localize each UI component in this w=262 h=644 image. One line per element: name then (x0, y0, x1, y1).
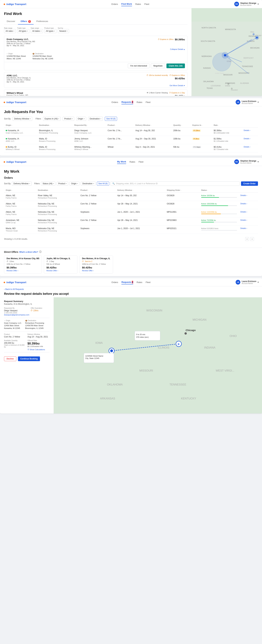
nav-mywork[interactable]: My Work (117, 160, 126, 164)
nav-user-2[interactable]: LE Laura Erickson Account Admin ▾ (236, 100, 259, 104)
req-action-2[interactable]: Details › (242, 136, 258, 144)
req-requested-2: Jimmy JohnsonADM, LLC. (73, 136, 106, 144)
th-order-origin[interactable]: Origin ↕ (4, 188, 36, 193)
svg-text:1234566 Street Name: 1234566 Street Name (85, 355, 103, 357)
nav-rates-4[interactable]: Rates (136, 280, 142, 284)
th-origin[interactable]: Origin ↕ (4, 123, 37, 128)
filter-dest-req[interactable]: Destination ▾ (88, 117, 103, 121)
tab-discover[interactable]: Discover (4, 19, 18, 24)
th-order-dest[interactable]: Destination ↕ (36, 188, 79, 193)
th-order-status[interactable]: Status ↕ (200, 188, 239, 193)
filter-seeall-req[interactable]: See All (6) (105, 117, 117, 121)
tab-offers[interactable]: Offers 1 (18, 19, 34, 24)
claim-job-btn[interactable]: Claim this Job (166, 64, 185, 68)
review-offer-3[interactable]: Review Offer › (82, 270, 110, 272)
nav-user-3[interactable]: SS Stephen Strange Account Admin ▾ (234, 160, 259, 164)
offer-card-1: Des Moines, IA to Kansas City, MS ⏱ 11hr… (4, 256, 42, 274)
not-interested-btn[interactable]: I'm not interested (128, 64, 150, 68)
nav-fleet-2[interactable]: Fleet (146, 100, 150, 104)
th-expires[interactable]: Expires In ↕ (191, 123, 212, 128)
filter-product-req[interactable]: Product ▾ (63, 117, 74, 121)
requester-email[interactable]: dvasquez@graincompany.com (4, 314, 29, 316)
request-two-col: Request Summary Kanawha, IA to Bloomingt… (0, 297, 262, 414)
nav-findwork[interactable]: Find Work (121, 2, 132, 6)
nav-user-4[interactable]: LE Laura Erickson Account Admin ▾ (236, 280, 259, 284)
mywork-title: My Work (4, 169, 258, 174)
next-page-btn[interactable]: › (250, 237, 254, 241)
expand-btn-2[interactable]: Get More Details ▾ (170, 84, 185, 87)
collapse-btn-1[interactable]: Collapse Details ▴ (170, 48, 185, 50)
th-requested-by[interactable]: Requested By ↕ (73, 123, 106, 128)
show-calc-btn[interactable]: ☑ Show Calculations (28, 348, 50, 350)
th-order-shipping[interactable]: Shipping Order ↕ (165, 188, 200, 193)
nav-requests[interactable]: Requests ● (122, 100, 133, 104)
review-offer-1[interactable]: Review Offer › (6, 270, 39, 272)
req-action-1[interactable]: Details › (242, 128, 258, 136)
filter-product-mywork[interactable]: Product ▾ (57, 182, 68, 186)
filter-origin-mywork[interactable]: Origin ▾ (70, 182, 80, 186)
req-fields-bottom: Available Quantity 200,000 bu Claim a mi… (4, 340, 50, 350)
nav-rates-3[interactable]: Rates (130, 160, 135, 164)
nav-fleet-3[interactable]: Fleet (138, 160, 144, 164)
prev-page-btn[interactable]: ‹ (245, 237, 249, 241)
filter-trailer-select[interactable]: All types ▾ (17, 29, 29, 33)
decline-btn[interactable]: Decline (4, 356, 16, 361)
th-order-window[interactable]: Delivery Window ↕ (116, 188, 165, 193)
request-map: WISCONSIN MICHIGAN IOWA ILLINOIS INDIANA… (54, 297, 262, 414)
svg-text:0 to 20 min: 0 to 20 min (136, 334, 145, 336)
order-row-1: Albion, NEFarley Farms River Valley, NER… (4, 193, 258, 201)
nav-fleet-4[interactable]: Fleet (146, 280, 150, 284)
th-dest[interactable]: Destination ↕ (37, 123, 72, 128)
filter-rate-select[interactable]: All rates ▾ (4, 29, 16, 33)
req-action-3[interactable]: Details › (242, 144, 258, 152)
sort-delivery-mywork[interactable]: Delivery Window ▾ (12, 182, 32, 186)
nav-fleet[interactable]: Fleet (144, 2, 149, 6)
order-details-3[interactable]: Details › (240, 211, 256, 213)
th-order-product[interactable]: Product ↕ (79, 188, 116, 193)
origin-icon-detail: ○ (4, 320, 5, 322)
nav-links-2: Orders Requests ● Rates Fleet (112, 100, 151, 104)
direct-offers: Direct Offers What's a direct offer? ⓘ D… (0, 248, 262, 276)
svg-text:378 miles (est.): 378 miles (est.) (136, 336, 149, 338)
nav-requests-4[interactable]: Requests ● (122, 280, 133, 284)
order-details-5[interactable]: Details › (240, 227, 256, 229)
filter-dest-mywork[interactable]: Destination ▾ (81, 182, 96, 186)
svg-text:MINNESOTA: MINNESOTA (225, 28, 236, 30)
filter-date-select[interactable]: All dates ▾ (31, 29, 43, 33)
sort-delivery-window[interactable]: Delivery Window ▾ (12, 117, 32, 121)
nav-orders-4[interactable]: Orders (112, 280, 118, 284)
filter-expires[interactable]: Expires In (All) ▾ (43, 117, 61, 121)
create-order-btn[interactable]: Create Order (241, 182, 258, 186)
filter-sort-select[interactable]: Newest ▾ (58, 29, 69, 33)
svg-text:TEXAS: TEXAS (206, 87, 212, 89)
tab-preferences[interactable]: Preferences (34, 19, 51, 24)
th-product[interactable]: Product ↕ (106, 123, 134, 128)
dest-city-1: Nebraska City, NE 12345 (32, 58, 53, 60)
order-details-2[interactable]: Details › (240, 202, 256, 204)
review-offer-2[interactable]: Review Offer › (46, 270, 75, 272)
filter-status-mywork[interactable]: Status (All) ▾ (41, 182, 56, 186)
order-search[interactable]: 🔍 Shipping order, BOL #, Load # or Refer… (110, 182, 240, 186)
th-quantity[interactable]: Quantity ↕ (172, 123, 191, 128)
negotiate-btn[interactable]: Negotiate (151, 64, 165, 68)
th-rate[interactable]: Rate ↕ (212, 123, 242, 128)
nav-rates[interactable]: Rates (135, 2, 141, 6)
nav-user[interactable]: SS Stephen Strange Account Admin ▾ (234, 2, 259, 6)
filter-product-select[interactable]: All types ▾ (44, 29, 56, 33)
svg-text:Chicago: Chicago (186, 329, 196, 332)
order-details-4[interactable]: Details › (240, 219, 256, 221)
back-link[interactable]: ‹ Back to All Requests (0, 286, 262, 290)
svg-text:WEST VIRGI...: WEST VIRGI... (216, 369, 234, 372)
svg-rect-46 (135, 331, 160, 340)
nav-orders-2[interactable]: Orders (112, 100, 118, 104)
continue-booking-btn[interactable]: Continue Booking (18, 356, 40, 361)
nav-orders[interactable]: Orders (111, 2, 118, 6)
filter-origin-req[interactable]: Origin ▾ (76, 117, 86, 121)
what-link[interactable]: What's a direct offer? (19, 251, 38, 253)
filter-seeall-mywork[interactable]: See All (6) (97, 182, 109, 186)
th-delivery-window[interactable]: Delivery Window ↕ (134, 123, 172, 128)
req-actions: Decline Continue Booking (4, 354, 50, 361)
order-details-1[interactable]: Details › (240, 194, 256, 196)
requests-content: Job Requests For You Sort By Delivery Wi… (0, 106, 262, 156)
nav-rates-2[interactable]: Rates (136, 100, 142, 104)
